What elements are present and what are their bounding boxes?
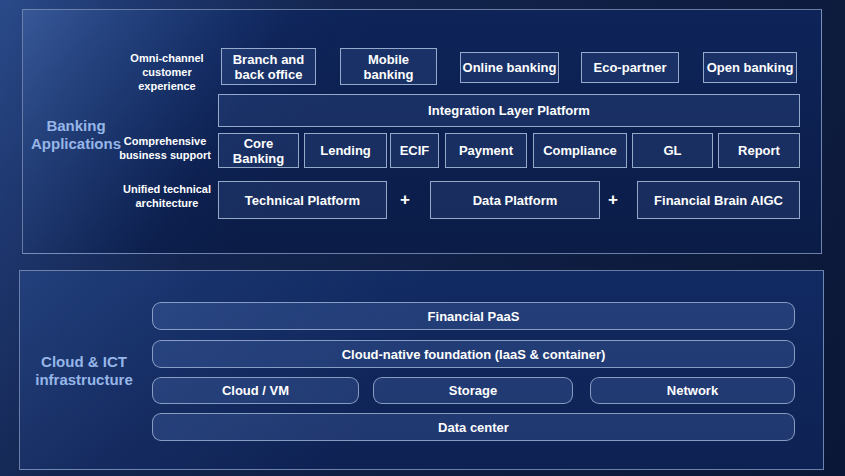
box-data-platform: Data Platform [430, 181, 600, 219]
box-online-banking: Online banking [460, 52, 559, 83]
box-payment: Payment [445, 133, 527, 168]
label-omni-channel: Omni-channel customer experience [118, 51, 216, 93]
box-branch-and-back-office: Branch and back office [221, 48, 316, 85]
box-compliance: Compliance [533, 133, 627, 168]
box-open-banking: Open banking [703, 52, 797, 83]
cloud-ict-title: Cloud & ICT infrastructure [28, 353, 140, 389]
box-core-banking: Core Banking [218, 133, 299, 168]
box-integration-layer-platform: Integration Layer Platform [218, 94, 800, 127]
box-mobile-banking: Mobile banking [340, 48, 437, 85]
plus-separator-1: + [394, 190, 416, 210]
box-data-center: Data center [152, 413, 795, 441]
box-eco-partner: Eco-partner [581, 52, 679, 83]
box-ecif: ECIF [390, 133, 439, 168]
label-comprehensive-business-support: Comprehensive business support [114, 134, 216, 162]
box-storage: Storage [373, 377, 573, 404]
label-unified-technical-architecture: Unified technical architecture [118, 182, 216, 210]
architecture-diagram: Banking Applications Omni-channel custom… [0, 0, 845, 476]
box-technical-platform: Technical Platform [218, 181, 387, 219]
box-cloud-vm: Cloud / VM [152, 377, 359, 404]
box-gl: GL [632, 133, 713, 168]
box-network: Network [590, 377, 795, 404]
box-report: Report [718, 133, 800, 168]
box-cloud-native-foundation: Cloud-native foundation (IaaS & containe… [152, 340, 795, 368]
box-financial-paas: Financial PaaS [152, 302, 795, 330]
plus-separator-2: + [602, 190, 624, 210]
box-lending: Lending [304, 133, 387, 168]
box-financial-brain-aigc: Financial Brain AIGC [637, 181, 800, 219]
